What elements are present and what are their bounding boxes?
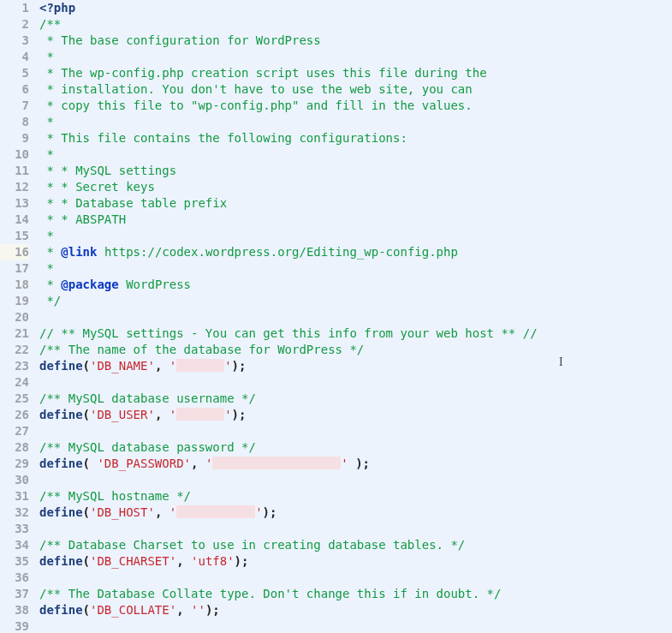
code-line[interactable]: // ** MySQL settings - You can get this … — [39, 325, 672, 342]
code-token: /** The Database Collate type. Don't cha… — [39, 587, 501, 600]
line-number: 25 — [0, 391, 29, 407]
line-number: 11 — [0, 163, 29, 179]
code-line[interactable]: * * Secret keys — [39, 179, 672, 195]
code-line[interactable]: * * Database table prefix — [39, 195, 672, 212]
code-token: /** MySQL hostname */ — [39, 489, 191, 503]
code-line[interactable]: */ — [39, 293, 672, 309]
code-token: ); — [235, 554, 249, 568]
line-number: 14 — [0, 212, 29, 228]
code-line[interactable]: /** MySQL database password */ — [39, 439, 672, 456]
code-line[interactable]: define('DB_HOST', ''); — [39, 505, 672, 521]
code-line[interactable]: /** Database Charset to use in creating … — [39, 537, 672, 553]
code-token: ( — [83, 457, 98, 470]
code-line[interactable]: /** The Database Collate type. Don't cha… — [39, 586, 672, 602]
code-token: @link — [61, 245, 97, 259]
code-line[interactable] — [39, 618, 672, 633]
code-line[interactable]: * The wp-config.php creation script uses… — [39, 65, 672, 81]
line-number: 36 — [0, 570, 29, 586]
code-token: * — [39, 147, 54, 161]
code-line[interactable]: /** — [39, 16, 672, 33]
line-number: 23 — [0, 358, 29, 374]
code-token: define — [39, 408, 83, 421]
code-token: /** — [39, 17, 61, 31]
code-line[interactable]: /** The name of the database for WordPre… — [39, 342, 672, 358]
code-token: ( — [83, 603, 90, 617]
code-token: ' — [169, 505, 176, 519]
code-token: , — [155, 505, 169, 519]
code-token: @package — [61, 278, 118, 291]
line-number: 8 — [0, 114, 29, 130]
code-line[interactable]: * — [39, 146, 672, 163]
code-line[interactable]: /** MySQL database username */ — [39, 391, 672, 407]
line-number: 37 — [0, 586, 29, 602]
code-line[interactable]: * * MySQL settings — [39, 163, 672, 179]
code-token: , — [155, 359, 169, 373]
code-line[interactable] — [39, 309, 672, 325]
line-number: 29 — [0, 456, 29, 472]
line-number: 26 — [0, 407, 29, 423]
code-token: ' — [255, 505, 262, 519]
line-number: 35 — [0, 553, 29, 570]
code-token: * — [39, 245, 61, 259]
line-number: 32 — [0, 505, 29, 521]
code-line[interactable]: define('DB_COLLATE', ''); — [39, 602, 672, 618]
line-number: 3 — [0, 33, 29, 49]
line-number: 18 — [0, 277, 29, 293]
code-line[interactable]: * This file contains the following confi… — [39, 130, 672, 146]
line-number: 1 — [0, 0, 29, 16]
code-line[interactable]: * — [39, 49, 672, 65]
code-token: <?php — [39, 1, 75, 15]
code-token: , — [176, 603, 191, 617]
line-number: 39 — [0, 618, 29, 633]
code-line[interactable]: * * ABSPATH — [39, 212, 672, 228]
code-token: /** The name of the database for WordPre… — [39, 343, 364, 356]
code-line[interactable]: * — [39, 260, 672, 277]
code-token: 'DB_NAME' — [90, 359, 155, 373]
code-token: * — [39, 50, 54, 63]
code-token: ); — [232, 359, 247, 373]
code-token: define — [39, 603, 83, 617]
code-line[interactable]: * installation. You don't have to use th… — [39, 81, 672, 98]
line-number: 27 — [0, 423, 29, 439]
code-line[interactable]: * copy this file to "wp-config.php" and … — [39, 98, 672, 114]
code-line[interactable]: define('DB_CHARSET', 'utf8'); — [39, 553, 672, 570]
code-token: * * ABSPATH — [39, 212, 126, 226]
code-token: ( — [83, 554, 90, 568]
code-token: define — [39, 359, 83, 373]
code-token: https://codex.wordpress.org/Editing_wp-c… — [97, 245, 457, 259]
code-token: * * Database table prefix — [39, 196, 227, 210]
code-token: ( — [83, 359, 90, 373]
code-line[interactable]: * — [39, 114, 672, 130]
code-line[interactable]: define('DB_USER', ''); — [39, 407, 672, 423]
line-number: 33 — [0, 521, 29, 537]
line-number-gutter: 1234567891011121314151617181920212223242… — [0, 0, 36, 633]
line-number: 31 — [0, 488, 29, 505]
code-line[interactable]: define( 'DB_PASSWORD', '' ); — [39, 456, 672, 472]
code-token: // ** MySQL settings - You can get this … — [39, 326, 538, 340]
code-line[interactable] — [39, 570, 672, 586]
code-token: ); — [232, 408, 247, 421]
line-number: 24 — [0, 374, 29, 391]
code-line[interactable] — [39, 374, 672, 391]
line-number: 6 — [0, 81, 29, 98]
code-line[interactable]: define('DB_NAME', ''); — [39, 358, 672, 374]
code-line[interactable]: <?php — [39, 0, 672, 16]
code-line[interactable]: * — [39, 228, 672, 244]
line-number: 16 — [0, 244, 29, 260]
code-line[interactable]: /** MySQL hostname */ — [39, 488, 672, 505]
code-line[interactable]: * @package WordPress — [39, 277, 672, 293]
code-line[interactable] — [39, 423, 672, 439]
code-line[interactable] — [39, 472, 672, 488]
redacted-value — [176, 505, 255, 518]
code-token: * * Secret keys — [39, 180, 155, 194]
code-editor[interactable]: 1234567891011121314151617181920212223242… — [0, 0, 672, 633]
code-line[interactable] — [39, 521, 672, 537]
code-line[interactable]: * @link https://codex.wordpress.org/Edit… — [39, 244, 672, 260]
code-line[interactable]: * The base configuration for WordPress — [39, 33, 672, 49]
code-token: , — [176, 554, 191, 568]
line-number: 34 — [0, 537, 29, 553]
code-token: 'utf8' — [191, 554, 235, 568]
code-token: '' — [191, 603, 205, 617]
line-number: 19 — [0, 293, 29, 309]
code-area[interactable]: <?php/** * The base configuration for Wo… — [36, 0, 672, 633]
